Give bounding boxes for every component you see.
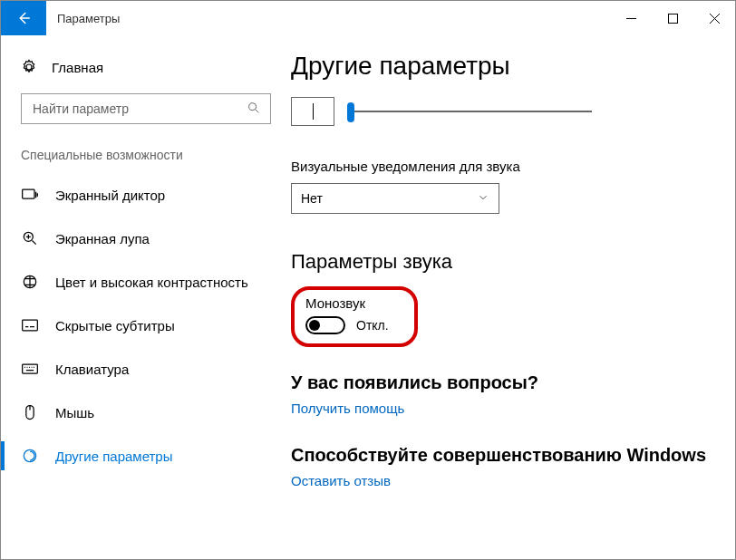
- maximize-button[interactable]: [652, 1, 693, 35]
- back-button[interactable]: [1, 1, 46, 35]
- sidebar: Главная Специальные возможности Экранный…: [1, 35, 291, 559]
- slider-value-box[interactable]: [291, 97, 334, 126]
- svg-rect-6: [23, 364, 38, 373]
- gear-icon: [21, 59, 37, 75]
- help-title: У вас появились вопросы?: [291, 372, 717, 393]
- search-icon: [247, 101, 261, 118]
- sidebar-item-color-contrast[interactable]: Цвет и высокая контрастность: [1, 260, 291, 304]
- arrow-left-icon: [15, 10, 32, 26]
- content: Другие параметры Визуальные уведомления …: [291, 35, 735, 559]
- search-box[interactable]: [21, 93, 271, 124]
- keyboard-icon: [21, 360, 39, 378]
- slider[interactable]: [347, 102, 592, 121]
- chevron-down-icon: [477, 191, 489, 207]
- sidebar-item-label: Клавиатура: [55, 362, 129, 377]
- sidebar-item-magnifier[interactable]: Экранная лупа: [1, 217, 291, 260]
- sidebar-item-mouse[interactable]: Мышь: [1, 391, 291, 434]
- category-header: Специальные возможности: [1, 148, 291, 173]
- sidebar-item-label: Другие параметры: [55, 449, 173, 464]
- other-settings-icon: [21, 447, 39, 465]
- toggle-knob: [309, 320, 320, 331]
- feedback-link[interactable]: Оставить отзыв: [291, 473, 391, 488]
- visual-notification-dropdown[interactable]: Нет: [291, 183, 499, 214]
- contrast-icon: [21, 273, 39, 291]
- window-title: Параметры: [46, 1, 610, 35]
- search-input[interactable]: [31, 101, 247, 117]
- minimize-icon: [626, 14, 636, 24]
- page-title: Другие параметры: [291, 52, 717, 81]
- visual-notification-label: Визуальные уведомления для звука: [291, 159, 717, 174]
- captions-icon: [21, 316, 39, 334]
- sidebar-item-narrator[interactable]: Экранный диктор: [1, 173, 291, 217]
- mono-label: Монозвук: [305, 295, 403, 311]
- titlebar: Параметры: [1, 1, 735, 35]
- sidebar-item-keyboard[interactable]: Клавиатура: [1, 347, 291, 391]
- home-button[interactable]: Главная: [1, 52, 291, 88]
- sidebar-item-label: Цвет и высокая контрастность: [55, 275, 248, 290]
- svg-rect-5: [23, 320, 38, 331]
- toggle-state-label: Откл.: [356, 318, 389, 333]
- mono-highlight: Монозвук Откл.: [291, 286, 418, 347]
- close-button[interactable]: [693, 1, 735, 35]
- mono-toggle[interactable]: [305, 316, 345, 334]
- mono-toggle-row: Откл.: [305, 316, 403, 334]
- sidebar-item-label: Экранный диктор: [55, 188, 165, 203]
- main-area: Главная Специальные возможности Экранный…: [1, 35, 735, 559]
- slider-track-line: [347, 111, 592, 112]
- mouse-icon: [21, 403, 39, 421]
- text-caret: [313, 103, 314, 120]
- svg-point-1: [249, 102, 257, 110]
- maximize-icon: [668, 14, 678, 24]
- feedback-title: Способствуйте совершенствованию Windows: [291, 445, 717, 466]
- narrator-icon: [21, 186, 39, 204]
- home-label: Главная: [52, 60, 103, 75]
- minimize-button[interactable]: [610, 1, 652, 35]
- svg-rect-0: [668, 14, 677, 23]
- magnifier-icon: [21, 229, 39, 247]
- sidebar-item-label: Мышь: [55, 405, 94, 420]
- slider-row: [291, 97, 717, 126]
- get-help-link[interactable]: Получить помощь: [291, 401, 404, 416]
- dropdown-value: Нет: [301, 191, 323, 206]
- sidebar-item-other[interactable]: Другие параметры: [1, 434, 291, 478]
- sidebar-item-label: Экранная лупа: [55, 231, 150, 246]
- sidebar-item-captions[interactable]: Скрытые субтитры: [1, 304, 291, 347]
- sidebar-item-label: Скрытые субтитры: [55, 318, 175, 333]
- window-controls: [610, 1, 735, 35]
- slider-thumb[interactable]: [347, 102, 354, 122]
- svg-rect-2: [23, 189, 34, 198]
- sound-section-title: Параметры звука: [291, 250, 717, 274]
- close-icon: [710, 14, 720, 24]
